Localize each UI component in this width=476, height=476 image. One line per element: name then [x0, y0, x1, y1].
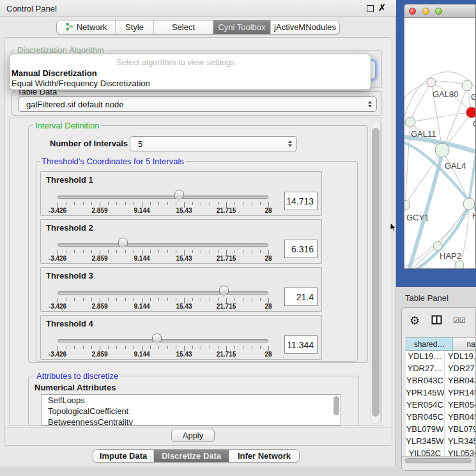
network-edge[interactable] — [404, 82, 431, 101]
tick-mark — [150, 298, 151, 301]
tab-network[interactable]: Network — [57, 20, 116, 34]
tick-mark — [210, 298, 210, 301]
network-node-label: GAL80 — [433, 89, 458, 99]
list-scrollbar-thumb[interactable] — [334, 396, 339, 415]
zoom-traffic-light-icon[interactable] — [435, 8, 442, 15]
tab-impute-data[interactable]: Impute Data — [93, 450, 154, 462]
slider-thumb[interactable] — [152, 334, 162, 342]
tick-mark — [74, 298, 75, 301]
tick-mark — [74, 250, 75, 253]
tick-mark — [108, 250, 109, 253]
tick-mark — [125, 346, 126, 349]
table-row[interactable]: YBR045CYBR045C — [406, 411, 476, 424]
tick-mark — [134, 250, 134, 253]
tick-mark — [176, 298, 176, 301]
network-node[interactable] — [463, 198, 475, 210]
number-of-intervals-combobox[interactable]: 5 — [130, 136, 297, 151]
table-row[interactable]: YBR043CYBR043C — [406, 375, 476, 387]
table-row[interactable]: YBL079WYBL079W — [406, 424, 476, 436]
table-row[interactable]: YPR145WYPR145W — [406, 387, 476, 399]
tick-mark — [260, 346, 261, 349]
table-row[interactable]: YDL19…YDL19… — [406, 351, 476, 363]
table-data-combobox[interactable]: galFiltered.sif default node — [18, 96, 377, 112]
apply-button[interactable]: Apply — [171, 429, 215, 442]
threshold-row: Threshold 3-3.4262.8599.14415.4321.71528… — [40, 267, 322, 312]
network-edge-thick[interactable] — [469, 150, 476, 202]
gear-icon[interactable]: ⚙ — [410, 314, 420, 328]
network-edge[interactable] — [410, 82, 431, 122]
vertical-scrollbar-thumb[interactable] — [372, 128, 380, 417]
cell-shared-name: YER054C — [406, 399, 445, 411]
close-icon[interactable]: ✗ — [378, 3, 386, 13]
network-node[interactable] — [466, 107, 476, 118]
float-icon[interactable] — [367, 5, 374, 12]
numerical-attributes-label: Numerical Attributes — [35, 383, 116, 392]
table-panel-window: ⚙ ☑☑ shared… name YDL19…YDL19…YDR27…YDR2… — [401, 307, 476, 471]
network-edge[interactable] — [410, 112, 472, 122]
table-row[interactable]: YER054CYER054C — [406, 399, 476, 411]
tab-discretize-data[interactable]: Discretize Data — [154, 450, 229, 462]
attributes-title: Attributes to discretize — [35, 371, 120, 381]
slider-thumb[interactable] — [174, 190, 184, 198]
cell-name: YLR345W — [445, 436, 476, 448]
network-node[interactable] — [455, 261, 464, 269]
minimize-traffic-light-icon[interactable] — [422, 8, 429, 15]
network-node[interactable] — [462, 81, 472, 91]
tab-select[interactable]: Select — [154, 20, 213, 34]
tick-mark — [125, 298, 126, 301]
network-node-label: HAP2 — [440, 251, 461, 261]
tab-jactivemnodules[interactable]: jActiveMNodules — [271, 20, 339, 34]
attribute-list-item[interactable]: BetweennessCentrality — [42, 417, 341, 426]
network-node[interactable] — [427, 78, 436, 87]
attribute-list-item[interactable]: SelfLoops — [42, 395, 341, 406]
table-row[interactable]: YLR345WYLR345W — [406, 436, 476, 448]
network-canvas[interactable]: GAL80GCGAL11GAL4GCY1HHAP2 — [404, 18, 476, 269]
horizontal-scrollbar-thumb[interactable] — [405, 458, 472, 463]
numerical-attributes-list[interactable]: SelfLoopsTopologicalCoefficientBetweenne… — [41, 394, 341, 426]
control-panel-titlebar: Control Panel ✗ — [0, 0, 396, 17]
columns-icon[interactable] — [431, 315, 442, 326]
table-panel-title: Table Panel — [405, 293, 449, 303]
checkbox-filter-icons[interactable]: ☑☑ — [453, 316, 466, 325]
threshold-value-field[interactable]: 14.713 — [284, 192, 318, 210]
network-node[interactable] — [404, 201, 410, 210]
option-manual-discretization[interactable]: Manual Discretization — [12, 68, 97, 78]
tick-mark — [116, 346, 117, 349]
tick-mark — [150, 346, 151, 349]
option-equal-width-frequency[interactable]: Equal Width/Frequency Discretization — [12, 79, 150, 88]
slider-track[interactable] — [58, 196, 268, 199]
network-node[interactable] — [435, 143, 449, 157]
column-header-shared[interactable]: shared… — [406, 337, 453, 351]
tab-cyni-toolbox[interactable]: Cyni Toolbox — [213, 20, 271, 34]
tick-label: 9.144 — [134, 351, 150, 358]
tab-style[interactable]: Style — [116, 20, 154, 34]
network-edge[interactable] — [438, 204, 469, 246]
close-traffic-light-icon[interactable] — [409, 8, 416, 15]
slider-thumb[interactable] — [118, 238, 128, 246]
table-row[interactable]: YIL053CYIL053C — [406, 448, 476, 456]
tick-mark — [158, 202, 159, 205]
slider-track[interactable] — [58, 291, 268, 295]
slider-track[interactable] — [58, 339, 268, 342]
network-edge[interactable] — [405, 122, 410, 205]
tick-label: 2.859 — [91, 303, 107, 310]
network-window-titlebar[interactable] — [404, 4, 476, 18]
tick-label: 15.43 — [176, 303, 192, 310]
tab-infer-network[interactable]: Infer Network — [229, 450, 299, 462]
tick-mark — [83, 298, 84, 301]
table-body[interactable]: YDL19…YDL19…YDR27…YDR27…YBR043CYBR043CYP… — [406, 351, 476, 456]
network-node[interactable] — [433, 242, 442, 250]
table-row[interactable]: YDR27…YDR27… — [406, 363, 476, 375]
horizontal-scrollbar-track[interactable] — [402, 456, 476, 464]
tick-mark — [66, 298, 66, 301]
threshold-value-field[interactable]: 6.316 — [284, 240, 318, 258]
slider-track[interactable] — [58, 243, 268, 247]
threshold-value-field[interactable]: 21.4 — [284, 288, 318, 306]
threshold-value-field[interactable]: 11.344 — [284, 335, 318, 354]
tick-label: 9.144 — [134, 255, 150, 262]
column-header-name[interactable]: name — [453, 337, 476, 351]
attribute-list-item[interactable]: TopologicalCoefficient — [42, 406, 341, 417]
network-node[interactable] — [405, 117, 415, 127]
network-node-label: GCY1 — [406, 213, 429, 222]
slider-thumb[interactable] — [219, 286, 229, 294]
